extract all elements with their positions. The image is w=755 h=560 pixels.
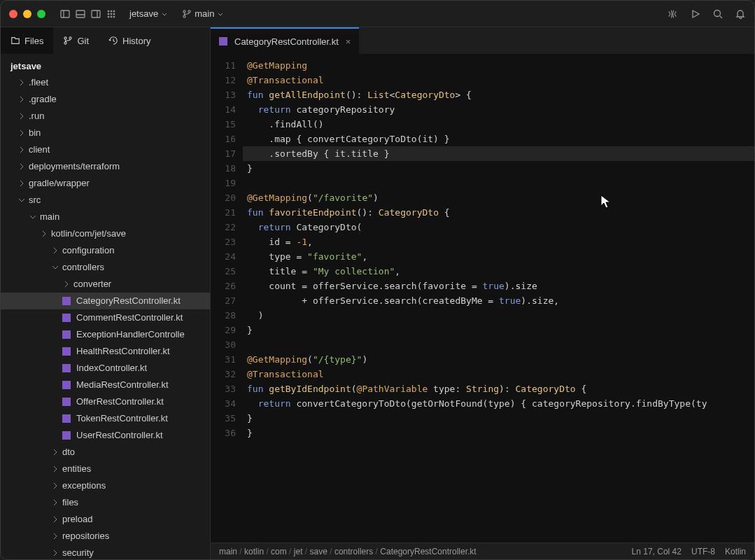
tree-file[interactable]: CategoryRestController.kt <box>1 293 210 309</box>
tree-folder[interactable]: .fleet <box>1 74 210 91</box>
sidebar-tab-history[interactable]: History <box>99 27 160 54</box>
code-line[interactable]: } <box>243 411 754 426</box>
code-line[interactable]: count = offerService.search(favorite = t… <box>243 279 754 293</box>
smart-mode-icon[interactable] <box>666 8 679 20</box>
svg-point-15 <box>183 10 185 12</box>
tree-folder[interactable]: gradle/wrapper <box>1 175 210 192</box>
code-line[interactable]: .map { convertCategoryToDto(it) } <box>243 132 754 146</box>
code-line[interactable]: return convertCategoryToDto(getOrNotFoun… <box>243 396 754 411</box>
panel-right-icon[interactable] <box>90 8 101 20</box>
editor-tab[interactable]: CategoryRestController.kt × <box>211 27 359 54</box>
run-icon[interactable] <box>690 8 701 20</box>
tree-label: UserRestController.kt <box>76 428 163 442</box>
kotlin-icon <box>219 37 227 46</box>
code-line[interactable]: fun getAllEndpoint(): List<CategoryDto> … <box>243 88 754 102</box>
code-line[interactable]: type = "favorite", <box>243 249 754 264</box>
tree-folder[interactable]: entities <box>1 461 210 477</box>
sidebar-tab-git[interactable]: Git <box>53 27 99 54</box>
tree-file[interactable]: CommentRestController.kt <box>1 309 210 326</box>
code-line[interactable]: + offerService.search(createdByMe = true… <box>243 293 754 308</box>
code-line[interactable]: .sortedBy { it.title } <box>243 146 754 161</box>
zoom-window-button[interactable] <box>37 10 45 18</box>
svg-point-13 <box>111 16 112 18</box>
panel-bottom-icon[interactable] <box>75 8 86 20</box>
tree-folder[interactable]: files <box>1 494 210 511</box>
cursor-position[interactable]: Ln 17, Col 42 <box>632 547 682 556</box>
svg-line-19 <box>720 16 722 18</box>
tree-label: gradle/wrapper <box>29 176 90 190</box>
tree-label: controllers <box>62 260 104 274</box>
tree-file[interactable]: IndexController.kt <box>1 360 210 377</box>
code-line[interactable] <box>243 337 754 352</box>
tree-folder[interactable]: src <box>1 192 210 209</box>
tree-file[interactable]: HealthRestController.kt <box>1 343 210 360</box>
tree-label: client <box>29 143 50 157</box>
tree-folder[interactable]: controllers <box>1 259 210 276</box>
tree-label: preload <box>62 512 92 526</box>
encoding[interactable]: UTF-8 <box>691 547 715 556</box>
grid-icon[interactable] <box>106 8 117 20</box>
code-line[interactable]: @GetMapping("/{type}") <box>243 352 754 367</box>
svg-point-10 <box>111 13 112 15</box>
sidebar-tab-files[interactable]: Files <box>1 27 53 54</box>
code-line[interactable]: @GetMapping("/favorite") <box>243 190 754 205</box>
code-line[interactable]: fun getByIdEndpoint(@PathVariable type: … <box>243 382 754 396</box>
code-line[interactable]: id = -1, <box>243 234 754 249</box>
tree-folder[interactable]: kotlin/com/jet/save <box>1 225 210 242</box>
tree-folder[interactable]: deployments/terraform <box>1 158 210 175</box>
code-line[interactable] <box>243 176 754 190</box>
code-line[interactable]: return CategoryDto( <box>243 220 754 234</box>
tree-folder[interactable]: exceptions <box>1 477 210 494</box>
search-icon[interactable] <box>712 8 724 20</box>
tree-label: entities <box>62 462 91 476</box>
tree-folder[interactable]: client <box>1 141 210 158</box>
code-line[interactable]: .findAll() <box>243 117 754 132</box>
svg-point-18 <box>714 10 721 16</box>
svg-point-14 <box>113 16 115 18</box>
tree-label: CategoryRestController.kt <box>76 294 181 308</box>
branch-selector[interactable]: main <box>182 8 224 19</box>
tree-folder[interactable]: configuration <box>1 242 210 259</box>
tree-folder[interactable]: dto <box>1 444 210 461</box>
close-icon[interactable]: × <box>346 36 351 47</box>
code-line[interactable]: } <box>243 161 754 176</box>
bell-icon[interactable] <box>735 8 746 20</box>
code-line[interactable]: ) <box>243 308 754 323</box>
code-line[interactable]: @Transactional <box>243 367 754 382</box>
tree-file[interactable]: OfferRestController.kt <box>1 393 210 410</box>
tree-file[interactable]: TokenRestController.kt <box>1 410 210 427</box>
tree-folder[interactable]: repositories <box>1 528 210 545</box>
tree-label: MediaRestController.kt <box>76 378 169 392</box>
project-selector[interactable]: jetsave <box>129 8 168 19</box>
chevron-down-icon <box>161 10 168 18</box>
code-line[interactable]: return categoryRepository <box>243 102 754 117</box>
code-line[interactable]: } <box>243 426 754 440</box>
tree-folder[interactable]: .gradle <box>1 91 210 108</box>
svg-point-9 <box>108 13 109 15</box>
code-line[interactable]: @Transactional <box>243 73 754 88</box>
project-root[interactable]: jetsave <box>1 58 210 74</box>
close-window-button[interactable] <box>9 10 17 18</box>
tree-file[interactable]: MediaRestController.kt <box>1 377 210 393</box>
svg-point-16 <box>183 15 185 17</box>
code-line[interactable]: title = "My collection", <box>243 264 754 279</box>
tree-folder[interactable]: converter <box>1 276 210 293</box>
tree-folder[interactable]: security <box>1 545 210 559</box>
tree-label: main <box>40 210 59 224</box>
kotlin-icon <box>62 381 71 389</box>
tree-label: .fleet <box>29 76 48 90</box>
tree-file[interactable]: ExceptionHandlerControlle <box>1 326 210 343</box>
minimize-window-button[interactable] <box>23 10 31 18</box>
tree-folder[interactable]: .run <box>1 108 210 125</box>
code-editor[interactable]: 1112131415161718192021222324252627282930… <box>211 54 754 542</box>
tree-folder[interactable]: main <box>1 209 210 225</box>
tree-folder[interactable]: preload <box>1 511 210 528</box>
tree-file[interactable]: UserRestController.kt <box>1 427 210 444</box>
code-line[interactable]: fun favoriteEndpoint(): CategoryDto { <box>243 205 754 220</box>
panel-left-icon[interactable] <box>59 8 71 20</box>
tree-folder[interactable]: bin <box>1 125 210 141</box>
language-mode[interactable]: Kotlin <box>725 547 746 556</box>
code-line[interactable]: } <box>243 323 754 337</box>
code-line[interactable]: @GetMapping <box>243 58 754 73</box>
breadcrumb[interactable]: main / kotlin / com / jet / save / contr… <box>219 547 477 556</box>
